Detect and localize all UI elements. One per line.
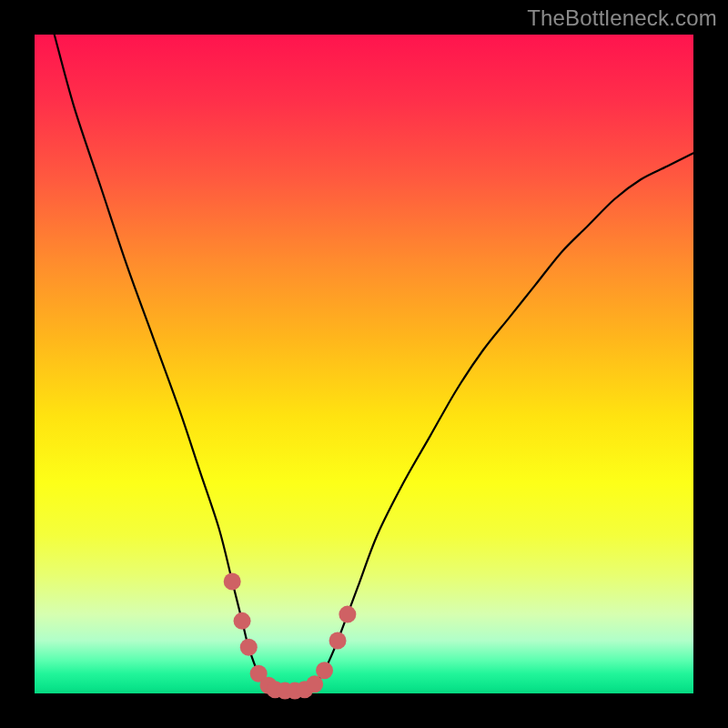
curve-markers <box>224 572 357 699</box>
bottleneck-curve <box>55 35 693 691</box>
marker-point <box>316 662 333 679</box>
marker-point <box>339 606 356 623</box>
marker-point <box>240 639 258 656</box>
watermark-text: TheBottleneck.com <box>527 5 717 31</box>
marker-point <box>234 612 251 630</box>
chart-frame: TheBottleneck.com <box>0 0 728 728</box>
marker-point <box>306 675 323 693</box>
marker-point <box>224 572 241 590</box>
chart-svg <box>35 35 693 693</box>
marker-point <box>329 632 347 650</box>
